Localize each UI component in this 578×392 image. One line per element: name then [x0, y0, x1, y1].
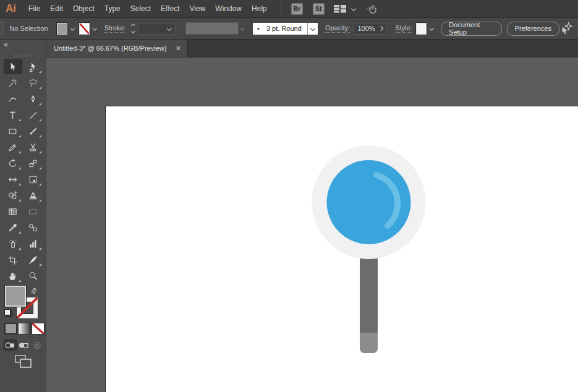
tool-magic-wand[interactable]	[4, 75, 22, 90]
menu-select[interactable]: Select	[125, 0, 156, 17]
brush-definition-value[interactable]: • 3 pt. Round	[253, 23, 307, 35]
flyout-indicator-icon	[19, 199, 21, 202]
none-mode-button[interactable]	[32, 323, 44, 334]
width-profile-chevron-icon[interactable]	[240, 26, 245, 31]
sync-power-icon	[364, 2, 379, 15]
gradient-mode-button[interactable]	[19, 323, 30, 334]
bridge-button[interactable]: Br	[291, 3, 303, 15]
canvas[interactable]	[46, 58, 578, 392]
style-chevron-icon[interactable]	[429, 26, 434, 31]
stroke-color-swatch[interactable]	[79, 23, 90, 35]
scissors-tool-icon	[28, 142, 38, 153]
tool-selection[interactable]	[4, 59, 22, 74]
menu-file[interactable]: File	[23, 0, 45, 17]
stroke-label[interactable]: Stroke:	[104, 24, 126, 33]
tool-shape-builder[interactable]	[4, 188, 22, 203]
tool-perspective-grid[interactable]	[24, 188, 43, 203]
menu-edit[interactable]: Edit	[45, 0, 68, 17]
tool-panel: « ⇄	[0, 40, 46, 392]
tool-type[interactable]	[4, 108, 22, 122]
flyout-indicator-icon	[39, 263, 41, 266]
panel-grip[interactable]	[14, 54, 33, 57]
tool-width[interactable]	[4, 172, 22, 187]
menu-window[interactable]: Window	[210, 0, 247, 17]
screen-mode-icon	[14, 354, 33, 370]
tool-mesh[interactable]	[4, 204, 22, 219]
panel-collapse-button[interactable]: «	[4, 40, 8, 49]
flyout-indicator-icon	[39, 70, 41, 73]
stroke-width-dropdown[interactable]	[138, 23, 175, 35]
tool-line-segment[interactable]	[24, 108, 43, 122]
flyout-indicator-icon	[39, 183, 41, 185]
draw-normal-icon	[5, 341, 15, 349]
default-fill-stroke-icon[interactable]	[4, 309, 12, 317]
menu-effect[interactable]: Effect	[156, 0, 184, 17]
control-bar-grip[interactable]	[1, 20, 4, 36]
flyout-indicator-icon	[19, 279, 21, 282]
flyout-indicator-icon	[19, 231, 21, 234]
tool-scissors[interactable]	[24, 140, 43, 155]
swap-fill-stroke-icon[interactable]: ⇄	[29, 285, 40, 296]
touch-workspace-button[interactable]	[559, 22, 573, 35]
tool-pen[interactable]	[24, 92, 43, 106]
color-mode-button[interactable]	[5, 323, 17, 334]
flyout-indicator-icon	[39, 247, 41, 250]
fill-color-swatch[interactable]	[57, 23, 67, 35]
chevron-right-icon[interactable]	[378, 26, 383, 31]
style-label[interactable]: Style:	[395, 24, 412, 33]
preferences-button[interactable]: Preferences	[507, 22, 559, 36]
direct-selection-tool-icon	[28, 62, 38, 72]
draw-inside-button[interactable]	[31, 339, 44, 351]
tab-close-icon[interactable]: ×	[176, 44, 181, 53]
tool-artboard[interactable]	[4, 252, 22, 267]
tool-free-transform[interactable]	[24, 172, 43, 187]
brush-definition-dropdown[interactable]: • 3 pt. Round	[253, 23, 318, 35]
menu-type[interactable]: Type	[100, 0, 125, 17]
tool-column-graph[interactable]	[24, 236, 43, 251]
stroke-chevron-icon[interactable]	[93, 26, 98, 31]
opacity-input[interactable]: 100%	[354, 23, 386, 35]
flyout-indicator-icon	[19, 167, 21, 169]
menu-view[interactable]: View	[185, 0, 211, 17]
selection-status: No Selection	[9, 25, 48, 32]
tool-hand[interactable]	[4, 268, 22, 283]
document-tab[interactable]: Untitled-3* @ 66.67% (RGB/Preview) ×	[46, 40, 188, 57]
menu-object[interactable]: Object	[68, 0, 100, 17]
type-tool-icon	[7, 110, 18, 121]
tool-blend[interactable]	[24, 220, 43, 235]
style-swatch[interactable]	[416, 23, 427, 35]
tool-gradient[interactable]	[24, 204, 43, 219]
tool-slice[interactable]	[24, 252, 43, 267]
curvature-tool-icon	[7, 94, 18, 104]
menu-help[interactable]: Help	[247, 0, 272, 17]
tool-lasso[interactable]	[24, 75, 43, 90]
tool-paintbrush[interactable]	[24, 124, 43, 138]
stock-button[interactable]: St	[313, 3, 325, 15]
stepper-down-icon[interactable]	[131, 29, 135, 33]
tool-curvature[interactable]	[4, 92, 22, 106]
tool-eyedropper[interactable]	[4, 220, 22, 235]
tool-scale[interactable]	[24, 156, 43, 171]
tool-symbol-sprayer[interactable]	[4, 236, 22, 251]
tool-rectangle[interactable]	[4, 124, 22, 138]
sync-status-button[interactable]	[364, 2, 379, 15]
artboard[interactable]	[105, 106, 578, 392]
stroke-width-stepper[interactable]	[132, 24, 135, 33]
document-setup-button[interactable]: Document Setup	[441, 22, 502, 36]
fill-chevron-icon[interactable]	[70, 26, 75, 31]
fill-indicator-swatch[interactable]	[5, 286, 26, 307]
tool-direct-selection[interactable]	[24, 59, 43, 74]
chevron-down-icon	[351, 6, 355, 11]
draw-behind-button[interactable]	[17, 339, 30, 351]
draw-normal-button[interactable]	[4, 339, 17, 351]
tool-rotate[interactable]	[4, 156, 22, 171]
stepper-up-icon[interactable]	[131, 23, 135, 28]
brush-chevron-button[interactable]	[307, 23, 318, 35]
change-screen-mode-button[interactable]	[14, 354, 33, 370]
tool-pencil[interactable]	[4, 140, 22, 155]
lasso-tool-icon	[28, 78, 38, 88]
width-profile-dropdown[interactable]	[185, 22, 239, 35]
workspace-switcher-button[interactable]	[333, 4, 355, 14]
opacity-label[interactable]: Opacity:	[325, 24, 350, 33]
tool-zoom[interactable]	[24, 268, 43, 283]
